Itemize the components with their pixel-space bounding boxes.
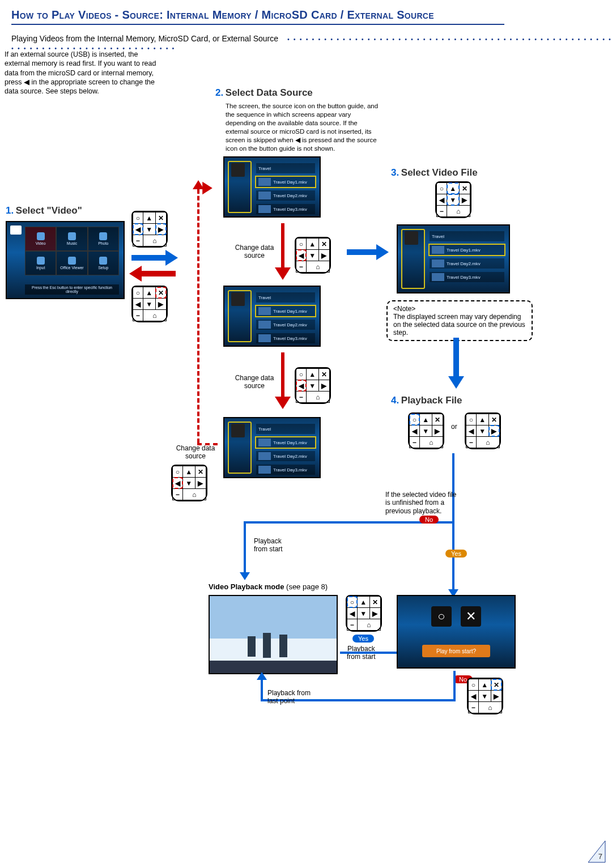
dialog-x-button[interactable]: ✕ (461, 606, 481, 627)
or-label: or (451, 423, 457, 431)
note-body: The displayed screen may vary depending … (393, 313, 525, 337)
step2-device-sd: Travel Travel Day1.mkv Travel Day2.mkv T… (223, 286, 321, 347)
step2-device-int: Travel Travel Day1.mkv Travel Day2.mkv T… (223, 417, 321, 478)
step2-title: Select Data Source (226, 87, 313, 98)
pad-up-blue: ▲ (447, 183, 459, 194)
menu-item-office[interactable]: Office Viewer (56, 251, 87, 275)
list-item[interactable]: Travel Day2.mkv (430, 258, 504, 269)
step4-number: 4. (391, 395, 399, 406)
unfinished-caption: If the selected video file is unfinished… (385, 491, 459, 515)
list-item[interactable]: Travel Day2.mkv (256, 451, 315, 461)
button-pad-step4-right[interactable]: ○▲✕ ◀▼▶ −⌂ (465, 412, 501, 449)
pad-right-blue: ▶ (488, 426, 499, 437)
list-item[interactable]: Travel (256, 424, 315, 434)
list-item[interactable]: Travel Day3.mkv (430, 272, 504, 282)
list-item[interactable]: Travel Day2.mkv (256, 190, 315, 201)
dialog-text: Play from start? (422, 645, 490, 657)
film-icon (231, 424, 245, 437)
button-pad-playback-no[interactable]: ○▲✕ ◀▼▶ −⌂ (467, 678, 503, 714)
step3-device: Travel Travel Day1.mkv Travel Day2.mkv T… (397, 224, 510, 293)
step4-title: Playback File (401, 395, 462, 406)
button-pad-change-source-1[interactable]: ○▲✕ ◀▼▶ −⌂ (295, 237, 331, 274)
intro-text: If an external source (USB) is inserted,… (5, 50, 158, 96)
note-label: <Note> (393, 305, 526, 313)
menu-item-music[interactable]: Music (56, 227, 87, 251)
button-pad-change-source-3[interactable]: ○▲✕ ◀▼▶ −⌂ (171, 465, 207, 501)
page-title: How to Play Videos - Source: Internal Me… (11, 8, 434, 21)
menu-item-photo[interactable]: Photo (88, 227, 119, 251)
video-playback-screenshot (209, 595, 338, 674)
pad-x-blue: ✕ (491, 679, 502, 691)
button-pad-playback-yes[interactable]: ○▲✕ ◀▼▶ −⌂ (346, 595, 382, 632)
menu-footer: Press the Esc button to enter specific f… (25, 284, 119, 295)
film-icon (231, 163, 245, 177)
step1-number: 1. (6, 205, 14, 216)
step3-title: Select Video File (401, 167, 478, 178)
list-item[interactable]: Travel Day3.mkv (256, 204, 315, 214)
button-pad-step1-nav[interactable]: ○▲✕ ◀▼▶ −⌂ (131, 211, 168, 248)
button-pad-step4-o[interactable]: ○▲✕ ◀▼▶ −⌂ (408, 412, 444, 449)
change-source-caption-3: Change data source (170, 444, 221, 461)
video-playback-mode-label: Video Playback mode (see page 8) (209, 582, 328, 591)
page-number: 7 (598, 852, 602, 861)
list-item[interactable]: Travel Day1.mkv (430, 245, 504, 255)
film-icon (231, 292, 245, 306)
list-item[interactable]: Travel (256, 163, 315, 173)
menu-item-video[interactable]: Video (25, 227, 56, 251)
list-item[interactable]: Travel Day1.mkv (256, 437, 315, 448)
playback-from-start-caption-1: Playback from start (254, 537, 283, 554)
pad-o-blue: ○ (347, 597, 358, 608)
play-from-start-dialog: ○ ✕ Play from start? (397, 595, 516, 669)
page-number-badge: 7 (587, 840, 606, 863)
sd-icon (10, 225, 22, 235)
branch-no-pill: No (419, 516, 439, 524)
note-box: <Note> The displayed screen may vary dep… (386, 300, 533, 341)
dialog-o-button[interactable]: ○ (431, 606, 452, 627)
step1-title: Select "Video" (16, 205, 82, 216)
pad-right-highlight: ▶ (155, 224, 166, 235)
branch-yes-pill: Yes (445, 550, 467, 558)
pad-left-red: ◀ (296, 380, 307, 392)
step1-device-menu: Video Music Photo Input Office Viewer Se… (6, 221, 125, 299)
menu-item-setup[interactable]: Setup (88, 251, 119, 275)
step2-number: 2. (215, 87, 223, 98)
pad-left-red: ◀ (296, 250, 307, 261)
pad-o-blue: ○ (410, 414, 420, 426)
step2-body: The screen, the source icon on the butto… (226, 102, 381, 153)
pad-x-highlight: ✕ (155, 287, 166, 299)
button-pad-step1-x[interactable]: ○▲✕ ◀▼▶ −⌂ (131, 286, 168, 322)
list-item[interactable]: Travel (430, 231, 504, 241)
playback-from-last-caption: Playback from last point (267, 689, 311, 705)
list-item[interactable]: Travel Day3.mkv (256, 465, 315, 475)
change-source-caption-1: Change data source (229, 244, 280, 260)
list-item[interactable]: Travel Day3.mkv (256, 333, 315, 343)
menu-item-input[interactable]: Input (25, 251, 56, 275)
step3-number: 3. (391, 167, 399, 178)
step2-device-ext: Travel Travel Day1.mkv Travel Day2.mkv T… (223, 156, 321, 218)
yes-pill-playback: Yes (352, 635, 374, 643)
list-item[interactable]: Travel Day1.mkv (256, 177, 315, 187)
button-pad-step3-nav[interactable]: ○▲✕ ◀▼▶ −⌂ (435, 181, 471, 218)
list-item[interactable]: Travel (256, 292, 315, 303)
film-icon (405, 231, 418, 245)
button-pad-change-source-2[interactable]: ○▲✕ ◀▼▶ −⌂ (295, 367, 331, 404)
change-source-caption-2: Change data source (229, 374, 280, 390)
header-divider (11, 24, 504, 25)
pad-left-highlight: ◀ (133, 224, 143, 235)
pad-left-red: ◀ (173, 478, 183, 489)
list-item[interactable]: Travel Day2.mkv (256, 320, 315, 330)
list-item[interactable]: Travel Day1.mkv (256, 306, 315, 316)
pad-down-blue: ▼ (447, 194, 459, 206)
